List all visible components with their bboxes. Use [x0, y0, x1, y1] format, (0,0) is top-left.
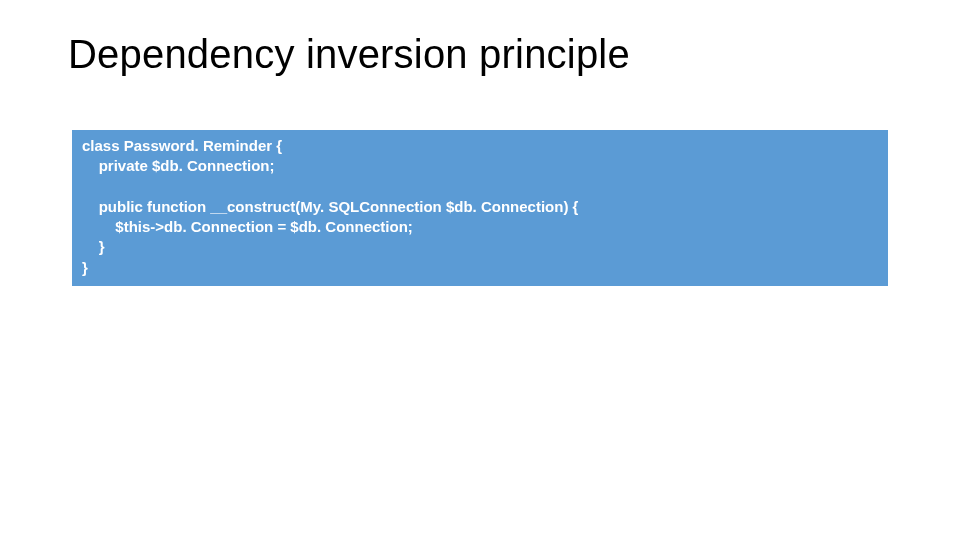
code-line: class Password. Reminder { [82, 137, 282, 154]
code-line: } [82, 238, 105, 255]
page-title: Dependency inversion principle [68, 32, 630, 77]
code-block: class Password. Reminder { private $db. … [72, 130, 888, 286]
code-line: } [82, 259, 88, 276]
code-line: public function __construct(My. SQLConne… [82, 198, 578, 215]
slide: Dependency inversion principle class Pas… [0, 0, 960, 540]
code-line: $this->db. Connection = $db. Connection; [82, 218, 413, 235]
code-line: private $db. Connection; [82, 157, 275, 174]
